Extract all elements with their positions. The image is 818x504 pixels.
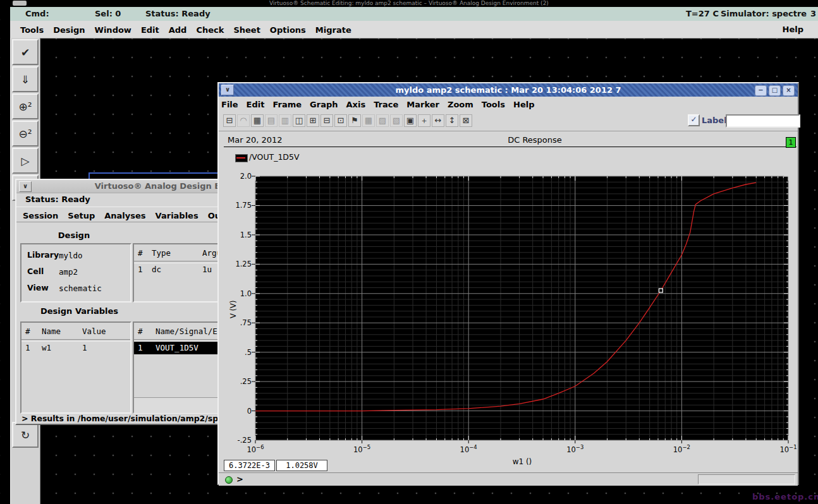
menu-design[interactable]: Design — [53, 21, 85, 39]
grid-button[interactable]: ▦ — [251, 114, 264, 127]
expand-button[interactable]: ＋ — [418, 114, 430, 127]
menu-window[interactable]: Window — [95, 21, 131, 39]
library-value[interactable]: myldo — [59, 251, 83, 260]
wf-menu-zoom[interactable]: Zoom — [448, 97, 473, 112]
wf-menu-tools[interactable]: Tools — [482, 97, 505, 112]
ade-menu-variables[interactable]: Variables — [156, 208, 198, 224]
split-window-button[interactable]: ◫ — [293, 114, 305, 127]
label-checkbox[interactable]: ✓ — [688, 114, 700, 126]
table-icon: ▦ — [365, 116, 372, 125]
cell-value[interactable]: amp2 — [59, 267, 78, 277]
y-tick-label: 1.0 — [226, 289, 252, 298]
calculator-button[interactable]: ▣ — [404, 114, 417, 127]
table-button: ▦ — [362, 114, 375, 127]
wf-menu-help[interactable]: Help — [513, 97, 534, 112]
window-menu-button[interactable] — [13, 1, 27, 6]
col-header: # — [25, 327, 30, 336]
plot-area[interactable] — [249, 172, 797, 457]
main-menubar: ToolsDesignWindowEditAddCheckSheetOption… — [10, 21, 818, 39]
schematic-selection-line[interactable] — [89, 172, 218, 174]
menu-help[interactable]: Help — [783, 21, 803, 38]
legend-swatch[interactable] — [235, 154, 248, 162]
cell: 1 — [82, 343, 87, 352]
ade-status-text: Status: Ready — [25, 195, 90, 204]
strip-chart-button: ▤ — [265, 114, 278, 127]
menu-sheet[interactable]: Sheet — [233, 21, 260, 39]
wf-menu-file[interactable]: File — [221, 97, 238, 112]
x-tick-label: 10−5 — [345, 444, 380, 454]
wf-menu-axis[interactable]: Axis — [346, 97, 366, 112]
x-tick-label: 10−1 — [771, 444, 806, 454]
window-controls: −□× — [755, 85, 795, 96]
close-button[interactable]: × — [783, 85, 795, 96]
menu-add[interactable]: Add — [169, 21, 187, 39]
table-row[interactable]: 1w11 — [21, 342, 130, 354]
wf-menu-graph[interactable]: Graph — [310, 97, 338, 112]
cursor-x-readout: 6.3722E-3 — [224, 460, 275, 471]
zoom-out-2x-button[interactable]: ⊖² — [12, 121, 39, 147]
fit-y-icon: ↕ — [449, 116, 456, 125]
cell: 1 — [138, 343, 143, 352]
ade-window-menu-button[interactable]: ∨ — [19, 181, 32, 192]
probe-button[interactable]: ▷ — [12, 148, 39, 174]
design-variables-label: Design Variables — [40, 306, 118, 316]
menu-edit[interactable]: Edit — [141, 21, 159, 39]
plot-title: DC Response — [459, 135, 611, 145]
view-value[interactable]: schematic — [59, 284, 102, 293]
subwindow-badge[interactable]: 1 — [786, 137, 796, 148]
ade-menu-analyses[interactable]: Analyses — [104, 208, 145, 224]
wf-menu-marker[interactable]: Marker — [406, 97, 439, 112]
fit-x-button[interactable]: ↔ — [432, 114, 444, 127]
y-tick-label: 1.25 — [226, 260, 252, 268]
command-input[interactable] — [698, 474, 795, 484]
save-button[interactable]: ⇓ — [12, 66, 39, 92]
ade-menu-session[interactable]: Session — [23, 208, 58, 224]
x-tick-label: 10−2 — [664, 444, 699, 454]
label-flag-button[interactable]: ⚑ — [348, 114, 361, 127]
wf-menu-trace[interactable]: Trace — [374, 97, 398, 112]
maximize-button[interactable]: □ — [769, 85, 781, 96]
menu-migrate[interactable]: Migrate — [315, 21, 351, 39]
swap-window-button[interactable]: ⊞ — [307, 114, 319, 127]
cell: dc — [152, 265, 161, 274]
zoom-in-2x-button[interactable]: ⊕² — [12, 93, 39, 119]
main-title-bar[interactable]: Virtuoso® Schematic Editing: myldo amp2 … — [0, 0, 818, 7]
probe-icon: ▷ — [21, 155, 29, 167]
menu-options[interactable]: Options — [270, 21, 306, 39]
temperature: T=27 C — [686, 7, 719, 21]
menu-check[interactable]: Check — [196, 21, 224, 39]
fit-y-button[interactable]: ↕ — [446, 114, 458, 127]
library-label: Library — [27, 250, 59, 260]
col-header: Value — [82, 327, 106, 336]
subwindow-button[interactable]: ⊡ — [334, 114, 347, 127]
strips-button[interactable]: ⊟ — [320, 114, 333, 127]
wf-menu-frame[interactable]: Frame — [272, 97, 302, 112]
waveform-window-menu-button[interactable]: ∨ — [221, 85, 234, 95]
waveform-window: ∨ myldo amp2 schematic : Mar 20 13:04:06… — [217, 82, 799, 485]
check-icon: ✔ — [21, 46, 30, 59]
waveform-title-text: myldo amp2 schematic : Mar 20 13:04:06 2… — [395, 85, 621, 95]
overlay-icon: ▥ — [281, 116, 289, 125]
x-tick-label: 10−4 — [451, 444, 486, 454]
printer-icon: ⊟ — [226, 116, 233, 125]
command-button[interactable]: ↻ — [12, 422, 39, 448]
design-variables-table[interactable]: #NameValue1w11 — [20, 321, 131, 414]
wf-menu-edit[interactable]: Edit — [247, 97, 265, 112]
ade-menu-setup[interactable]: Setup — [68, 208, 95, 224]
waveform-title-bar[interactable]: ∨ myldo amp2 schematic : Mar 20 13:04:06… — [219, 83, 798, 97]
label-input[interactable] — [726, 114, 800, 128]
schematic-selection-tick[interactable] — [89, 172, 90, 179]
check-button[interactable]: ✔ — [12, 39, 39, 65]
simulator-name: Simulator: spectre — [721, 7, 807, 21]
status-right-number: 3 — [810, 7, 816, 21]
strip-chart-icon: ▤ — [267, 116, 275, 125]
fit-button[interactable]: ⊠ — [460, 114, 472, 127]
cell: 1 — [25, 343, 30, 352]
status-led-icon — [225, 476, 233, 484]
printer-button[interactable]: ⊟ — [223, 114, 236, 127]
grid-icon: ▦ — [253, 116, 261, 125]
legend-trace-name[interactable]: /VOUT_1D5V — [249, 152, 300, 162]
menu-tools[interactable]: Tools — [20, 21, 44, 39]
label-flag-icon: ⚑ — [351, 116, 358, 125]
minimize-button[interactable]: − — [755, 85, 767, 96]
